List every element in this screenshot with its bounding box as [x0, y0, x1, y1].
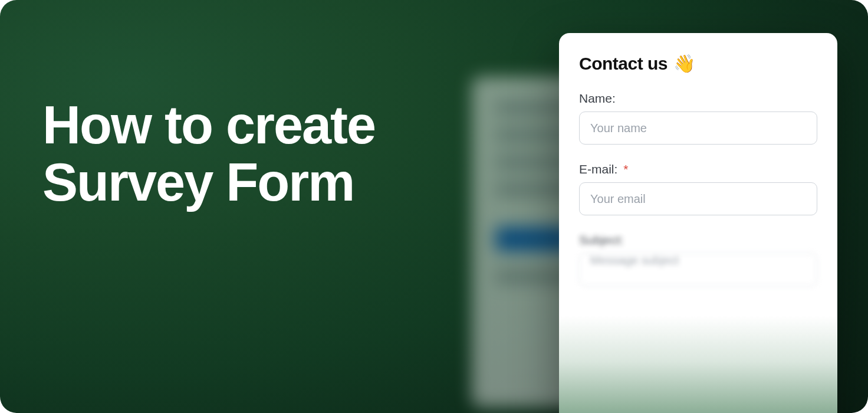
contact-form-card: Contact us 👋 Name: E-mail: * Subject: Me… — [559, 33, 837, 413]
email-label-text: E-mail: — [579, 162, 617, 176]
subject-label: Subject: — [579, 233, 817, 247]
wave-icon: 👋 — [673, 53, 695, 74]
subject-input[interactable]: Message subject — [579, 253, 817, 286]
hero-banner: How to create Survey Form Contact us 👋 N… — [0, 0, 868, 413]
headline: How to create Survey Form — [42, 97, 375, 211]
form-title: Contact us 👋 — [579, 53, 817, 74]
name-input[interactable] — [579, 112, 817, 145]
name-label: Name: — [579, 91, 817, 106]
required-mark: * — [623, 162, 628, 176]
email-input[interactable] — [579, 182, 817, 215]
headline-line-1: How to create — [42, 96, 375, 155]
field-email: E-mail: * — [579, 162, 817, 215]
email-label: E-mail: * — [579, 162, 817, 176]
headline-line-2: Survey Form — [42, 153, 354, 212]
form-title-text: Contact us — [579, 54, 668, 74]
card-bottom-fade — [559, 293, 837, 413]
field-name: Name: — [579, 91, 817, 145]
